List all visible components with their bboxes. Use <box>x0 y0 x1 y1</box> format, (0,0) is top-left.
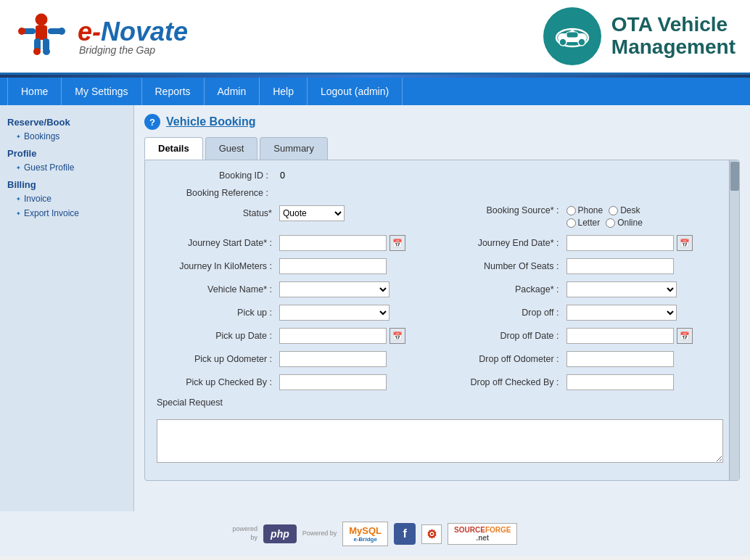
sidebar-item-invoice[interactable]: Invoice <box>0 192 133 206</box>
svg-point-0 <box>36 14 47 25</box>
radio-online[interactable]: Online <box>606 218 643 228</box>
logo-text: e-Novate Bridging the Gap <box>78 17 188 56</box>
logo-name: e-Novate <box>78 17 188 47</box>
brand-logo-circle <box>543 7 601 65</box>
pickup-dropoff-date-row: Pick up Date : 📅 Drop off Date : 📅 <box>157 328 723 344</box>
dropoff-label: Drop off : <box>444 308 564 318</box>
num-seats-group: Number Of Seats : <box>444 258 724 274</box>
num-seats-label: Number Of Seats : <box>444 261 564 271</box>
facebook-badge[interactable]: f <box>394 523 416 545</box>
tab-summary[interactable]: Summary <box>260 137 328 160</box>
sidebar-item-bookings[interactable]: Bookings <box>0 129 133 144</box>
pickup-checked-label: Pick up Checked By : <box>157 377 276 387</box>
special-request-section: Special Request <box>157 398 723 463</box>
pickup-date-group: Pick up Date : 📅 <box>157 328 437 344</box>
nav-home[interactable]: Home <box>7 78 62 105</box>
nav-reports[interactable]: Reports <box>142 78 205 105</box>
journey-end-input[interactable] <box>566 235 674 251</box>
vehicle-name-select[interactable] <box>279 281 390 297</box>
booking-id-label: Booking ID : <box>157 170 273 181</box>
journey-end-calendar-btn[interactable]: 📅 <box>677 235 693 251</box>
pickup-date-calendar-btn[interactable]: 📅 <box>390 328 405 344</box>
dropoff-odometer-input[interactable] <box>566 351 674 367</box>
journey-dates-row: Journey Start Date* : 📅 Journey End Date… <box>157 235 723 251</box>
status-select[interactable]: Quote <box>279 205 345 221</box>
dropoff-group: Drop off : <box>444 305 724 321</box>
scroll-thumb[interactable] <box>730 162 739 191</box>
radio-desk[interactable]: Desk <box>609 205 640 215</box>
radio-letter[interactable]: Letter <box>566 218 601 228</box>
header: e-Novate Bridging the Gap OTA Vehicle Ma… <box>0 0 750 75</box>
tab-guest[interactable]: Guest <box>205 137 258 160</box>
radio-desk-input[interactable] <box>609 206 618 215</box>
pickup-odometer-group: Pick up Odometer : <box>157 351 437 367</box>
powered-by-mysql-label: Powered by <box>302 530 337 538</box>
num-seats-input[interactable] <box>566 258 674 274</box>
powered-by-label: poweredby <box>233 525 258 542</box>
nav-admin[interactable]: Admin <box>205 78 260 105</box>
pickup-select[interactable] <box>279 305 390 321</box>
svg-point-9 <box>43 48 50 55</box>
form-scroll-area: Booking ID : 0 Booking Reference : Statu… <box>157 170 728 470</box>
pickup-group: Pick up : <box>157 305 437 321</box>
pickup-odometer-label: Pick up Odometer : <box>157 354 276 364</box>
pickup-label: Pick up : <box>157 308 276 318</box>
booking-source-row1: Phone Desk <box>566 205 643 215</box>
journey-start-calendar-btn[interactable]: 📅 <box>390 235 405 251</box>
footer: poweredby php Powered by MySQL e-Bridge … <box>0 511 750 556</box>
journey-start-input[interactable] <box>279 235 387 251</box>
journey-end-label: Journey End Date* : <box>444 238 564 248</box>
radio-phone[interactable]: Phone <box>566 205 603 215</box>
nav-my-settings[interactable]: My Settings <box>62 78 141 105</box>
dropoff-date-calendar-btn[interactable]: 📅 <box>677 328 693 344</box>
pickup-date-input[interactable] <box>279 328 387 344</box>
pickup-dropoff-row: Pick up : Drop off : <box>157 305 723 321</box>
page-header: ? Vehicle Booking <box>144 114 740 130</box>
journey-km-input[interactable] <box>279 258 387 274</box>
sidebar-item-guest-profile[interactable]: Guest Profile <box>0 160 133 175</box>
booking-id-row: Booking ID : 0 <box>157 170 723 181</box>
radio-online-input[interactable] <box>606 218 615 228</box>
radio-letter-input[interactable] <box>566 218 576 228</box>
pickup-checked-input[interactable] <box>279 374 387 390</box>
booking-id-value: 0 <box>280 170 285 181</box>
svg-point-6 <box>18 28 25 35</box>
dropoff-checked-input[interactable] <box>566 374 674 390</box>
sidebar-item-export-invoice[interactable]: Export Invoice <box>0 206 133 221</box>
pickup-date-label: Pick up Date : <box>157 331 276 341</box>
svg-point-7 <box>58 28 65 35</box>
dropoff-date-label: Drop off Date : <box>444 331 564 341</box>
special-request-label: Special Request <box>157 398 223 408</box>
dropoff-odometer-label: Drop off Odometer : <box>444 354 564 364</box>
php-badge: php <box>263 524 297 543</box>
radio-phone-input[interactable] <box>566 206 576 215</box>
package-label: Package* : <box>444 284 564 295</box>
form-container: Booking ID : 0 Booking Reference : Statu… <box>144 160 740 481</box>
dropoff-checked-label: Drop off Checked By : <box>444 377 564 387</box>
dropoff-date-input[interactable] <box>566 328 674 344</box>
booking-ref-row: Booking Reference : <box>157 188 723 198</box>
booking-source-group: Booking Source* : Phone Desk <box>444 205 724 228</box>
svg-rect-14 <box>566 32 578 38</box>
pickup-odometer-input[interactable] <box>279 351 387 367</box>
journey-km-group: Journey In KiloMeters : <box>157 258 437 274</box>
page-title[interactable]: Vehicle Booking <box>166 115 256 128</box>
nav-help[interactable]: Help <box>260 78 308 105</box>
scrollbar[interactable] <box>729 160 739 480</box>
package-select[interactable] <box>566 281 677 297</box>
journey-end-group: Journey End Date* : 📅 <box>444 235 724 251</box>
nav-logout[interactable]: Logout (admin) <box>308 78 403 105</box>
dropoff-select[interactable] <box>566 305 677 321</box>
help-icon[interactable]: ? <box>144 114 160 130</box>
status-label: Status* <box>157 208 276 218</box>
journey-start-label: Journey Start Date* : <box>157 238 276 248</box>
special-request-textarea[interactable] <box>157 419 723 463</box>
status-group: Status* Quote <box>157 205 437 221</box>
journey-start-group: Journey Start Date* : 📅 <box>157 235 437 251</box>
status-source-row: Status* Quote Booking Source* : Phone <box>157 205 723 228</box>
sourceforge-badge: SOURCEFORGE .net <box>448 523 517 545</box>
logo-section: e-Novate Bridging the Gap <box>15 9 188 64</box>
vehicle-name-group: Vehicle Name* : <box>157 281 437 297</box>
tab-details[interactable]: Details <box>144 137 203 160</box>
booking-source-label: Booking Source* : <box>444 205 564 215</box>
